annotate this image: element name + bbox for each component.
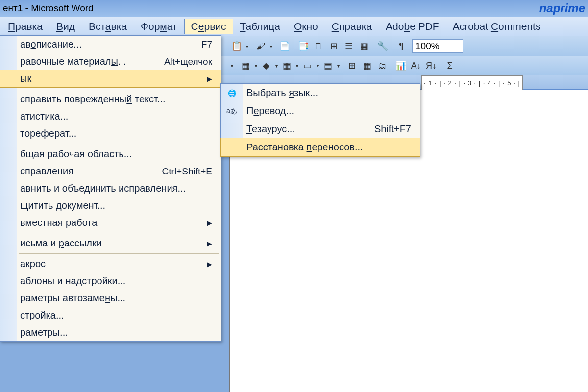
menu-окно[interactable]: Окно	[287, 19, 325, 34]
toolbar-button[interactable]: Σ	[442, 58, 457, 73]
menu-shortcut: Alt+щелчок	[164, 56, 212, 67]
menu-separator	[19, 253, 219, 254]
menu-item[interactable]: справленияCtrl+Shift+E	[0, 163, 221, 180]
menu-item[interactable]: авнить и объединить исправления...	[0, 180, 221, 197]
menu-справка[interactable]: Справка	[325, 19, 379, 34]
submenu-arrow-icon: ▶	[207, 219, 212, 227]
menu-item-label: справить поврежденный текст...	[20, 94, 166, 105]
toolbar-button[interactable]: 📋	[229, 39, 244, 53]
menu-item-label: щитить документ...	[20, 200, 105, 211]
menu-item[interactable]: авописание...F7	[0, 36, 221, 53]
submenu-item-icon: aあ	[223, 107, 241, 116]
window-title: ент1 - Microsoft Word	[3, 0, 94, 17]
submenu-arrow-icon: ▶	[207, 75, 212, 83]
toolbar-button[interactable]: Я↓	[424, 58, 439, 73]
menu-item-label: авнить и объединить исправления...	[20, 183, 186, 194]
menu-item[interactable]: бщая рабочая область...	[0, 146, 221, 163]
toolbar-button[interactable]: ▤	[320, 58, 335, 73]
toolbar-button[interactable]: 🗒	[311, 39, 326, 53]
menu-item[interactable]: тореферат...	[0, 125, 221, 142]
menu-separator	[19, 89, 219, 89]
menu-item[interactable]: ык▶	[0, 70, 221, 88]
menu-таблица[interactable]: Таблица	[233, 19, 287, 34]
toolbar-button[interactable]: ▦	[279, 58, 294, 73]
submenu-item[interactable]: Расстановка переносов...	[220, 138, 420, 157]
menu-item-label: авописание...	[20, 39, 82, 50]
menu-shortcut: F7	[201, 39, 212, 50]
menu-item[interactable]: раметры...	[0, 324, 221, 341]
menu-item-label: раметры автозамены...	[20, 293, 125, 304]
menu-bar: ПравкаВидВставкаФорматСервисТаблицаОкноС…	[0, 17, 588, 36]
menu-item[interactable]: справить поврежденный текст...	[0, 91, 221, 108]
toolbar-button[interactable]: ¶	[394, 39, 409, 53]
toolbar-button[interactable]: 🔧	[375, 39, 390, 53]
language-submenu: 🌐Выбрать язык...aあПеревод...Тезаурус...S…	[220, 83, 420, 157]
menu-вставка[interactable]: Вставка	[82, 19, 134, 34]
menu-item-label: акрос	[20, 258, 46, 270]
toolbar-button[interactable]: ▾	[274, 63, 279, 69]
submenu-arrow-icon: ▶	[207, 260, 212, 268]
submenu-item-icon: 🌐	[223, 89, 241, 97]
toolbar-button[interactable]: ▾	[229, 63, 234, 69]
toolbar-button[interactable]: ▭	[300, 58, 315, 73]
submenu-arrow-icon: ▶	[207, 240, 212, 247]
menu-separator	[19, 233, 219, 233]
menu-item-label: равочные материалы...	[20, 56, 126, 67]
toolbar-button[interactable]: ▾	[336, 63, 341, 69]
menu-item[interactable]: акрос▶	[0, 255, 221, 272]
toolbar-button[interactable]: A↓	[409, 58, 423, 73]
menu-item-label: тореферат...	[20, 128, 76, 139]
servis-menu-dropdown: авописание...F7равочные материалы...Alt+…	[0, 35, 221, 342]
menu-item[interactable]: равочные материалы...Alt+щелчок	[0, 53, 221, 70]
menu-вид[interactable]: Вид	[49, 19, 82, 34]
toolbar-button[interactable]: 📊	[393, 58, 408, 73]
toolbar-button[interactable]: ▾	[269, 44, 273, 49]
menu-item[interactable]: аблоны и надстройки...	[0, 272, 221, 290]
menu-item-label: атистика...	[20, 111, 68, 122]
menu-item-label: аблоны и надстройки...	[20, 275, 125, 287]
menu-acrobat comments[interactable]: Acrobat Comments	[446, 19, 548, 34]
toolbar-button[interactable]: ▦	[357, 39, 371, 53]
menu-item[interactable]: вместная работа▶	[0, 214, 221, 231]
menu-item[interactable]: раметры автозамены...	[0, 290, 221, 307]
toolbar-button[interactable]: ▾	[253, 63, 258, 69]
zoom-combo[interactable]: 100%	[412, 39, 463, 53]
submenu-item[interactable]: aあПеревод...	[221, 102, 420, 120]
toolbar-button[interactable]: ◆	[259, 58, 273, 73]
menu-item[interactable]: стройка...	[0, 307, 221, 324]
menu-item-label: стройка...	[20, 310, 64, 321]
toolbar-button[interactable]: 📄	[277, 39, 292, 53]
menu-item-label: справления	[20, 166, 74, 177]
menu-правка[interactable]: Правка	[1, 19, 49, 34]
horizontal-ruler: · 1 · | · 2 · | · 3 · | · 4 · | · 5 · |	[421, 75, 523, 90]
toolbar-button[interactable]: ⊞	[326, 39, 341, 53]
submenu-shortcut: Shift+F7	[374, 123, 411, 135]
menu-формат[interactable]: Формат	[134, 19, 184, 34]
toolbar-button[interactable]: ▾	[245, 44, 249, 49]
menu-item[interactable]: атистика...	[0, 108, 221, 125]
menu-item[interactable]: щитить документ...	[0, 197, 221, 214]
submenu-item-label: Перевод...	[246, 105, 294, 117]
submenu-item[interactable]: 🌐Выбрать язык...	[221, 84, 420, 102]
menu-сервис[interactable]: Сервис	[184, 19, 233, 34]
toolbar-button[interactable]: ▾	[315, 63, 320, 69]
submenu-item-label: Тезаурус...	[246, 123, 295, 135]
submenu-item[interactable]: Тезаурус...Shift+F7	[221, 120, 420, 138]
watermark: naprime	[539, 0, 585, 17]
menu-adobe pdf[interactable]: Adobe PDF	[379, 19, 446, 34]
toolbar-button[interactable]: ▦	[238, 58, 253, 73]
menu-item[interactable]: исьма и рассылки▶	[0, 235, 221, 252]
toolbar-button[interactable]: ▾	[294, 63, 299, 69]
menu-item-label: исьма и рассылки	[20, 238, 102, 249]
toolbar-button[interactable]: ⊞	[344, 58, 359, 73]
toolbar-button[interactable]: 🖌	[253, 39, 268, 53]
toolbar-button[interactable]: 📑	[296, 39, 311, 53]
menu-separator	[19, 144, 219, 144]
menu-item-label: ык	[20, 73, 31, 84]
menu-item-label: бщая рабочая область...	[20, 148, 132, 160]
title-bar: ент1 - Microsoft Word naprime	[0, 0, 588, 17]
toolbar-button[interactable]: 🗂	[375, 58, 390, 73]
toolbar-button[interactable]: ☰	[342, 39, 356, 53]
toolbar-button[interactable]: ▦	[360, 58, 374, 73]
submenu-item-label: Расстановка переносов...	[246, 142, 363, 153]
